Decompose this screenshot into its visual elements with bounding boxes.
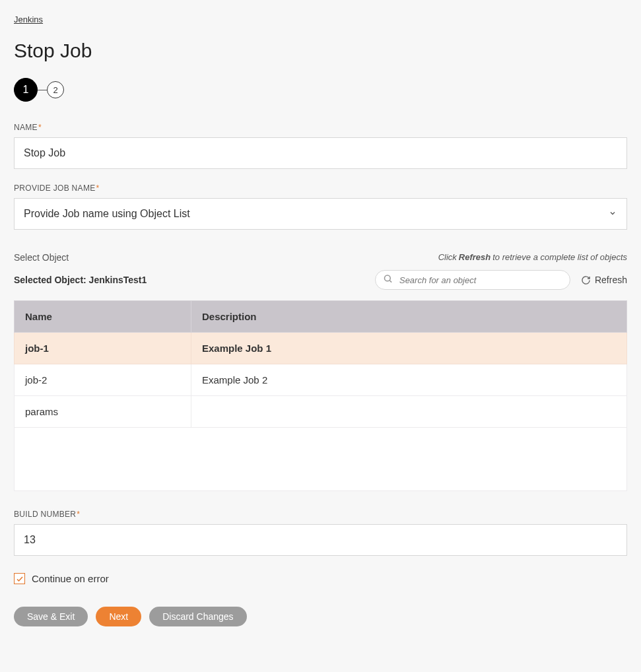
table-row[interactable]: job-1 Example Job 1	[15, 333, 627, 364]
refresh-button[interactable]: Refresh	[581, 275, 627, 285]
object-table-wrap: Name Description job-1 Example Job 1 job…	[14, 300, 627, 491]
cell-description	[191, 396, 627, 428]
save-exit-button[interactable]: Save & Exit	[14, 607, 88, 626]
continue-on-error-row[interactable]: Continue on error	[14, 573, 627, 584]
stepper: 1 2	[14, 78, 627, 102]
selected-object-label: Selected Object: JenkinsTest1	[14, 275, 364, 285]
page-title: Stop Job	[14, 40, 627, 62]
provide-job-label: PROVIDE JOB NAME*	[14, 184, 627, 193]
cell-description: Example Job 2	[191, 364, 627, 396]
cell-name: job-2	[15, 364, 191, 396]
search-icon	[383, 274, 393, 286]
step-2[interactable]: 2	[47, 81, 64, 98]
required-star: *	[77, 510, 80, 519]
object-table: Name Description job-1 Example Job 1 job…	[14, 300, 627, 491]
field-name: NAME*	[14, 123, 627, 169]
table-row[interactable]: params	[15, 396, 627, 428]
continue-label: Continue on error	[32, 573, 109, 584]
svg-line-1	[389, 281, 391, 283]
search-input[interactable]	[375, 270, 570, 290]
cell-name: params	[15, 396, 191, 428]
build-number-input[interactable]	[14, 524, 627, 556]
name-label: NAME*	[14, 123, 627, 132]
table-row[interactable]: job-2 Example Job 2	[15, 364, 627, 396]
discard-button[interactable]: Discard Changes	[149, 607, 246, 626]
col-header-description[interactable]: Description	[191, 301, 627, 333]
refresh-icon	[581, 275, 591, 285]
button-row: Save & Exit Next Discard Changes	[14, 607, 627, 626]
col-header-name[interactable]: Name	[15, 301, 191, 333]
refresh-label: Refresh	[595, 275, 627, 285]
provide-job-select[interactable]	[14, 198, 627, 230]
build-number-label: BUILD NUMBER*	[14, 510, 627, 519]
search-wrap	[375, 270, 570, 290]
check-icon	[16, 575, 24, 583]
hint-suffix: to retrieve a complete list of objects	[492, 252, 627, 262]
name-input[interactable]	[14, 137, 627, 169]
step-1[interactable]: 1	[14, 78, 38, 102]
required-star: *	[38, 123, 42, 132]
field-build-number: BUILD NUMBER*	[14, 510, 627, 556]
refresh-hint: Click Refresh to retrieve a complete lis…	[14, 252, 627, 262]
build-number-label-text: BUILD NUMBER	[14, 510, 76, 519]
continue-checkbox[interactable]	[14, 573, 25, 584]
breadcrumb: Jenkins	[14, 13, 627, 25]
table-row-empty	[15, 428, 627, 491]
provide-job-label-text: PROVIDE JOB NAME	[14, 184, 96, 193]
breadcrumb-link-jenkins[interactable]: Jenkins	[14, 15, 43, 24]
cell-description: Example Job 1	[191, 333, 627, 364]
next-button[interactable]: Next	[96, 607, 141, 626]
cell-name: job-1	[15, 333, 191, 364]
field-provide-job: PROVIDE JOB NAME*	[14, 184, 627, 230]
svg-point-0	[384, 275, 390, 281]
name-label-text: NAME	[14, 123, 38, 132]
required-star: *	[96, 184, 100, 193]
hint-prefix: Click	[438, 252, 457, 262]
step-connector	[38, 90, 47, 90]
object-toolbar: Selected Object: JenkinsTest1 Refresh	[14, 270, 627, 290]
hint-bold: Refresh	[459, 252, 490, 262]
